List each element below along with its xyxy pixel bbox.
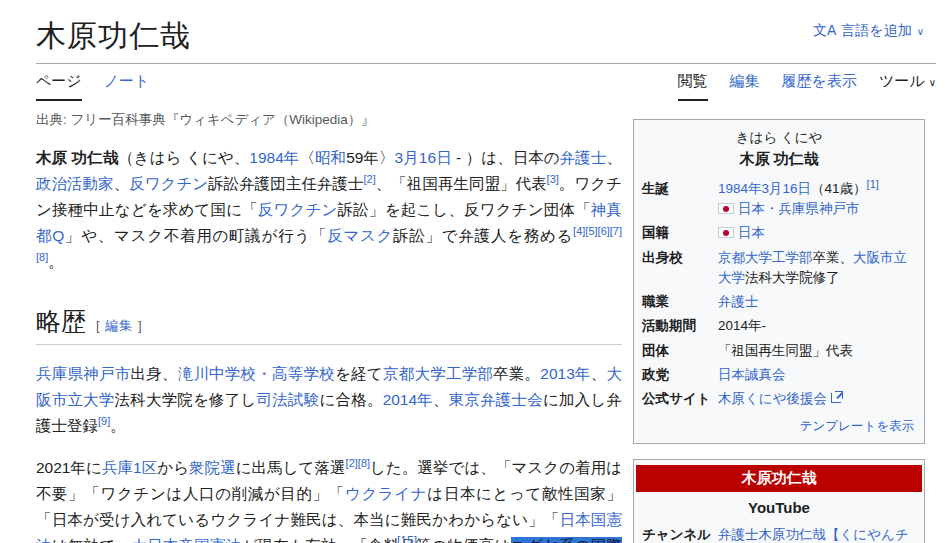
- link[interactable]: 兵庫県神戸市: [36, 365, 130, 382]
- link[interactable]: 1984年3月16日: [718, 181, 811, 196]
- row-value: 1984年3月16日（41歳）[1]日本・兵庫県神戸市: [718, 179, 916, 220]
- add-language-button[interactable]: 文A言語を追加∨: [813, 22, 924, 40]
- text: 59年〉: [346, 149, 394, 166]
- link[interactable]: 2014年: [383, 391, 433, 408]
- link[interactable]: 東京弁護士会: [449, 391, 543, 408]
- link[interactable]: 3月16日: [395, 149, 452, 166]
- reference-link[interactable]: [15]: [397, 534, 417, 543]
- text: （きはら くにや、: [118, 149, 249, 166]
- section-title: 略歴: [36, 307, 86, 335]
- infobox-kana: きはら くにや: [634, 123, 924, 148]
- row-label: 政党: [642, 365, 718, 385]
- row-value: 「祖国再生同盟」代表: [718, 341, 916, 361]
- tab-page[interactable]: ページ: [36, 72, 82, 101]
- text: - ）は、日本の: [452, 149, 560, 166]
- text: は無効で、: [52, 537, 131, 543]
- text: 〈: [299, 149, 315, 166]
- row-value: 京都大学工学部卒業、大阪市立大学法科大学院修了: [718, 248, 916, 289]
- link[interactable]: 2013年: [540, 365, 590, 382]
- text: 、: [591, 365, 607, 382]
- text: に出馬して落選: [236, 459, 346, 476]
- link[interactable]: 弁護士: [560, 149, 607, 166]
- link[interactable]: 弁護士: [718, 294, 759, 309]
- text: 2021年に: [36, 459, 102, 476]
- text: （41歳）: [811, 181, 867, 196]
- career-paragraph: 兵庫県神戸市出身、滝川中学校・高等学校を経て京都大学工学部卒業。2013年、大阪…: [36, 361, 622, 439]
- namespace-tabs: ページ ノート: [36, 72, 149, 101]
- election-paragraph: 2021年に兵庫1区から衆院選に出馬して落選[2][8]した。選挙では、「マスク…: [36, 455, 622, 543]
- text: 卒業、: [813, 250, 854, 265]
- title-bar: 木原功仁哉 文A言語を追加∨: [36, 0, 936, 64]
- link[interactable]: 反ワクチン: [258, 201, 338, 218]
- infobox-row-almamater: 出身校 京都大学工学部卒業、大阪市立大学法科大学院修了: [634, 246, 924, 291]
- text: 訴訟弁護団主任弁護士: [208, 175, 363, 192]
- text: 「祖国再生同盟」代表: [718, 343, 853, 358]
- infobox-row-website: 公式サイト 木原くにや後援会: [634, 387, 924, 411]
- person-infobox: きはら くにや 木原 功仁哉 生誕 1984年3月16日（41歳）[1]日本・兵…: [633, 119, 925, 444]
- text: 、: [607, 149, 623, 166]
- infobox-row-party: 政党 日本誠真会: [634, 363, 924, 387]
- link[interactable]: 京都大学工学部: [718, 250, 813, 265]
- link[interactable]: 日本・兵庫県神戸市: [738, 201, 860, 216]
- link[interactable]: 日本誠真会: [718, 367, 786, 382]
- link[interactable]: 反マスク: [327, 227, 393, 244]
- tab-tools[interactable]: ツール∨: [879, 72, 936, 101]
- show-template-link[interactable]: テンプレートを表示: [634, 411, 924, 439]
- text: 。: [110, 417, 126, 434]
- reference-link[interactable]: [3]: [547, 173, 559, 185]
- infobox-row-active-years: 活動期間 2014年-: [634, 314, 924, 338]
- edit-section-link[interactable]: 編集: [105, 318, 133, 333]
- infobox-row-occupation: 職業 弁護士: [634, 290, 924, 314]
- text: が現在も有効」「食料品等の物価高は: [241, 537, 510, 543]
- link[interactable]: 衆院選: [189, 459, 236, 476]
- text: 2014年-: [718, 318, 766, 333]
- link[interactable]: 司法試験: [257, 391, 320, 408]
- link[interactable]: 反ワクチン: [129, 175, 208, 192]
- row-value: 2014年-: [718, 316, 916, 336]
- japan-flag-icon: [718, 227, 734, 238]
- tab-talk[interactable]: ノート: [104, 72, 150, 101]
- link[interactable]: 弁護士木原功仁哉【くにやんチャンネル】: [718, 527, 909, 543]
- link[interactable]: 日本: [738, 225, 765, 240]
- link[interactable]: 滝川中学校・高等学校: [178, 365, 335, 382]
- text: 卒業。: [493, 365, 540, 382]
- youtube-label: YouTube: [634, 492, 924, 524]
- text: 」や、マスク不着用の町議が行う「: [64, 227, 327, 244]
- link[interactable]: 木原くにや後援会: [718, 391, 827, 406]
- link[interactable]: 1984年: [249, 149, 299, 166]
- row-value: 木原くにや後援会: [718, 389, 916, 409]
- bold-text: 木原 功仁哉: [36, 149, 118, 166]
- reference-link[interactable]: [2]: [364, 173, 376, 185]
- youtube-infobox: 木原功仁哉 YouTube チャンネル 弁護士木原功仁哉【くにやんチャンネル】 …: [633, 459, 925, 543]
- row-label: チャンネル: [642, 525, 718, 543]
- text: を経て: [335, 365, 383, 382]
- row-label: 職業: [642, 292, 718, 312]
- add-language-label: 言語を追加: [841, 22, 911, 40]
- article-body: 木原 功仁哉（きはら くにや、1984年〈昭和59年〉3月16日 - ）は、日本…: [36, 145, 622, 543]
- infobox-row-nationality: 国籍 日本: [634, 221, 924, 245]
- link[interactable]: ウクライナ: [345, 485, 427, 502]
- row-label: 生誕: [642, 179, 718, 220]
- infobox-name: 木原 功仁哉: [634, 148, 924, 177]
- text: 法科大学院を修了し: [115, 391, 257, 408]
- reference-link[interactable]: [2][8]: [346, 457, 370, 469]
- link[interactable]: 京都大学工学部: [383, 365, 493, 382]
- right-column: きはら くにや 木原 功仁哉 生誕 1984年3月16日（41歳）[1]日本・兵…: [633, 119, 925, 543]
- infobox-row-organization: 団体 「祖国再生同盟」代表: [634, 339, 924, 363]
- external-link-icon[interactable]: [831, 393, 841, 403]
- view-tabs: 閲覧 編集 履歴を表示 ツール∨: [678, 72, 936, 101]
- link[interactable]: 大日本帝国憲法: [131, 537, 241, 543]
- reference-link[interactable]: [9]: [98, 415, 110, 427]
- link[interactable]: 政治活動家: [36, 175, 114, 192]
- tab-history[interactable]: 履歴を表示: [782, 72, 857, 101]
- tools-label: ツール: [879, 72, 925, 89]
- tab-edit[interactable]: 編集: [730, 72, 760, 101]
- bracket: ]: [138, 318, 143, 333]
- link[interactable]: 兵庫1区: [102, 459, 157, 476]
- row-label: 団体: [642, 341, 718, 361]
- row-value: 弁護士: [718, 292, 916, 312]
- tab-read[interactable]: 閲覧: [678, 72, 708, 101]
- reference-link[interactable]: [1]: [867, 177, 879, 189]
- text: 訴訟」で弁護人を務める: [393, 227, 573, 244]
- link[interactable]: 昭和: [315, 149, 346, 166]
